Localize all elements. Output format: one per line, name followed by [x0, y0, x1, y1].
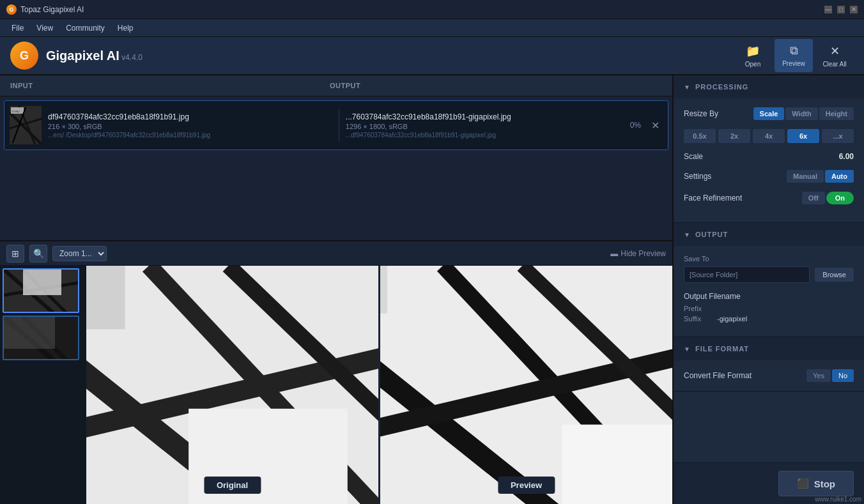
open-button[interactable]: 📁 Open	[734, 39, 772, 72]
minimize-button[interactable]: —	[824, 6, 832, 13]
menu-bar: File View Community Help	[0, 19, 864, 37]
scale-4x-button[interactable]: 4x	[753, 129, 785, 143]
face-off-button[interactable]: Off	[802, 192, 825, 204]
hide-preview-icon: ▬	[610, 249, 618, 258]
open-label: Open	[745, 61, 760, 68]
svg-rect-20	[86, 266, 125, 329]
no-button[interactable]: No	[832, 369, 854, 382]
preview-image	[380, 266, 672, 504]
scale-2x-button[interactable]: 2x	[718, 129, 750, 143]
save-to-label: Save To	[684, 255, 854, 263]
svg-rect-27	[380, 266, 387, 314]
suffix-label: Suffix	[684, 315, 712, 323]
col-output-header: OUTPUT	[320, 75, 672, 96]
manual-settings-button[interactable]: Manual	[787, 170, 824, 183]
open-icon: 📁	[746, 44, 760, 58]
scale-0-5x-button[interactable]: 0.5x	[684, 129, 716, 143]
file-row[interactable]: TOPAZ df947603784afc32cc91eb8a18f91b91.j…	[4, 100, 668, 150]
output-section: ▼ OUTPUT Save To [Source Folder] Browse …	[674, 223, 864, 337]
watermark: www.ruike1.com	[815, 496, 861, 503]
svg-text:TOPAZ: TOPAZ	[12, 110, 20, 113]
output-file-info: ...7603784afc32cc91eb8a18f91b91-gigapixe…	[346, 112, 630, 139]
preview-label: Preview	[782, 60, 805, 67]
menu-community[interactable]: Community	[59, 21, 111, 35]
scale-custom-button[interactable]: ...x	[822, 129, 854, 143]
source-folder-tag: [Source Folder]	[684, 266, 810, 283]
processing-section: ▼ PROCESSING Resize By Scale Width Heigh…	[674, 75, 864, 223]
scale-label: Scale	[684, 152, 703, 161]
menu-file[interactable]: File	[5, 21, 30, 35]
resize-by-row: Resize By Scale Width Height	[684, 107, 854, 120]
right-panel: ▼ PROCESSING Resize By Scale Width Heigh…	[672, 75, 864, 504]
file-format-chevron: ▼	[684, 346, 690, 353]
svg-rect-14	[4, 317, 55, 349]
preview-icon: ⧉	[790, 44, 798, 57]
stop-icon: ⬛	[797, 478, 809, 489]
output-body: Save To [Source Folder] Browse Output Fi…	[674, 246, 864, 337]
file-format-section: ▼ FILE FORMAT Convert File Format Yes No	[674, 337, 864, 392]
width-resize-button[interactable]: Width	[785, 107, 817, 120]
yes-button[interactable]: Yes	[806, 369, 831, 382]
processing-section-header[interactable]: ▼ PROCESSING	[674, 75, 864, 98]
settings-row: Settings Manual Auto	[684, 170, 854, 183]
stop-label: Stop	[814, 478, 835, 489]
thumb-1[interactable]	[3, 268, 79, 313]
col-input-header: INPUT	[0, 75, 320, 96]
app-icon: G	[6, 4, 17, 15]
suffix-value: -gigapixel	[717, 315, 747, 323]
height-resize-button[interactable]: Height	[819, 107, 854, 120]
zoom-button[interactable]: 🔍	[29, 245, 47, 263]
app-header: G Gigapixel AI v4.4.0 📁 Open ⧉ Preview ✕…	[0, 37, 864, 75]
suffix-row: Suffix -gigapixel	[684, 315, 854, 323]
face-refinement-toggle: Off On	[802, 192, 854, 204]
thumb-2[interactable]	[3, 316, 79, 360]
face-on-button[interactable]: On	[826, 192, 854, 204]
scale-resize-button[interactable]: Scale	[753, 107, 785, 120]
clear-all-label: Clear All	[822, 61, 846, 68]
menu-help[interactable]: Help	[111, 21, 140, 35]
settings-label: Settings	[684, 172, 748, 181]
menu-view[interactable]: View	[30, 21, 59, 35]
input-file-name: df947603784afc32cc91eb8a18f91b91.jpg	[48, 112, 332, 121]
close-button[interactable]: ✕	[850, 6, 858, 13]
processing-chevron: ▼	[684, 84, 690, 91]
file-thumbnail: TOPAZ	[10, 106, 42, 144]
scale-value-row: Scale 6.00	[684, 152, 854, 161]
convert-toggle: Yes No	[806, 369, 854, 382]
original-image	[86, 266, 378, 504]
convert-label: Convert File Format	[684, 371, 752, 380]
browse-button[interactable]: Browse	[815, 268, 854, 282]
preview-area: ⊞ 🔍 Zoom 1... ▬ Hide Preview	[0, 241, 672, 504]
file-format-section-header[interactable]: ▼ FILE FORMAT	[674, 337, 864, 360]
left-panel: INPUT OUTPUT TOPAZ	[0, 75, 672, 504]
input-file-dims: 216 × 300, sRGB	[48, 123, 332, 130]
main-content: INPUT OUTPUT TOPAZ	[0, 75, 864, 504]
title-bar: G Topaz Gigapixel AI — □ ✕	[0, 0, 864, 19]
app-version: v4.4.0	[121, 53, 143, 62]
zoom-select[interactable]: Zoom 1...	[52, 246, 107, 261]
output-file-name: ...7603784afc32cc91eb8a18f91b91-gigapixe…	[346, 112, 630, 121]
output-filename-label: Output Filename	[684, 292, 854, 301]
auto-settings-button[interactable]: Auto	[825, 170, 854, 183]
output-section-header[interactable]: ▼ OUTPUT	[674, 223, 864, 246]
hide-preview-button[interactable]: ▬ Hide Preview	[610, 249, 666, 258]
remove-button[interactable]: ✕	[647, 118, 663, 133]
processing-title: PROCESSING	[695, 83, 748, 91]
maximize-button[interactable]: □	[837, 6, 845, 13]
spacer	[674, 392, 864, 462]
hide-preview-label: Hide Preview	[621, 249, 666, 258]
preview-toolbar: ⊞ 🔍 Zoom 1... ▬ Hide Preview	[0, 241, 672, 266]
resize-by-label: Resize By	[684, 109, 748, 118]
fit-view-button[interactable]: ⊞	[6, 245, 24, 263]
output-filename-row: Output Filename Prefix Suffix -gigapixel	[684, 292, 854, 323]
convert-format-row: Convert File Format Yes No	[684, 369, 854, 382]
scale-buttons: 0.5x 2x 4x 6x ...x	[684, 129, 854, 143]
app-name-group: Gigapixel AI v4.4.0	[46, 49, 143, 63]
clear-all-button[interactable]: ✕ Clear All	[815, 39, 854, 72]
input-file-path: ...ers/ /Desktop/df947603784afc32cc91eb8…	[48, 132, 332, 139]
preview-view: Preview	[380, 266, 672, 504]
preview-button[interactable]: ⧉ Preview	[775, 39, 813, 72]
scale-6x-button[interactable]: 6x	[787, 129, 819, 143]
stop-button[interactable]: ⬛ Stop	[778, 471, 854, 496]
preview-images: Original	[0, 266, 672, 504]
